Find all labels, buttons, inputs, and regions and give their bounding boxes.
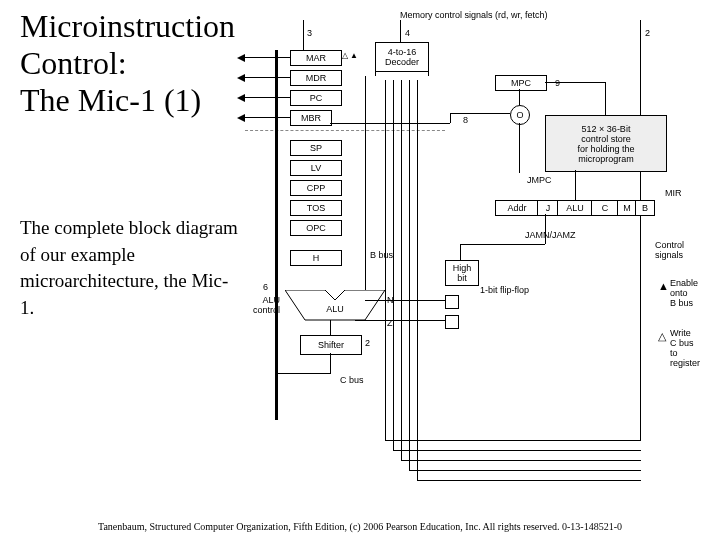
mir-addr: Addr [495, 200, 539, 216]
wire [450, 113, 451, 123]
rail [385, 80, 386, 440]
wire [365, 300, 445, 301]
b-bus [365, 76, 366, 291]
rail [409, 80, 410, 470]
alu-label: ALU [326, 304, 344, 314]
decoder-box: 4-to-16 Decoder [375, 42, 429, 72]
reg-mdr: MDR [290, 70, 342, 86]
legend-enable: Enable onto B bus [670, 278, 698, 308]
rail [393, 80, 394, 450]
arrow-icon [237, 74, 245, 82]
alu-control-label: ALU control [245, 295, 280, 315]
jamnz-label: JAMN/JAMZ [525, 230, 576, 240]
reg-mar: MAR [290, 50, 342, 66]
tri-filled-icon: ▲ [350, 51, 358, 60]
title-line-2: Control: [20, 45, 127, 81]
wire [519, 123, 520, 173]
num-6: 6 [263, 282, 268, 292]
wire [245, 117, 290, 118]
wire [605, 82, 606, 115]
wire [303, 20, 304, 50]
num-8: 8 [463, 115, 468, 125]
wire [400, 20, 401, 42]
mir-label: MIR [665, 188, 682, 198]
rail [417, 80, 418, 480]
wire [245, 77, 290, 78]
slide-footer: Tanenbaum, Structured Computer Organizat… [0, 521, 720, 532]
control-store-box: 512 × 36-Bit control store for holding t… [545, 115, 667, 172]
memory-control-label: Memory control signals (rd, wr, fetch) [400, 10, 548, 20]
reg-pc: PC [290, 90, 342, 106]
title-line-1: Microinstruction [20, 8, 235, 44]
rail [401, 460, 641, 461]
rail [385, 440, 641, 441]
ff-z [445, 315, 459, 329]
wire [460, 244, 461, 260]
mir-m: M [617, 200, 637, 216]
wire [276, 373, 331, 374]
ff-n [445, 295, 459, 309]
c-bus [275, 50, 278, 420]
wire [640, 20, 641, 440]
tri-open-icon: △ [342, 51, 348, 60]
mir-c: C [591, 200, 619, 216]
reg-cpp: CPP [290, 180, 342, 196]
rail [417, 480, 641, 481]
c-bus-label: C bus [340, 375, 364, 385]
rail [393, 450, 641, 451]
shifter-box: Shifter [300, 335, 362, 355]
mir-j: J [537, 200, 559, 216]
arrow-icon [237, 54, 245, 62]
decoder-label: 4-to-16 Decoder [385, 47, 419, 67]
rail [409, 470, 641, 471]
rail [401, 80, 402, 460]
o-adder: O [510, 105, 530, 125]
wire [545, 82, 605, 83]
wire [519, 89, 520, 105]
num-3: 3 [307, 28, 312, 38]
wire [355, 320, 445, 321]
wire [545, 214, 546, 244]
control-signals-label: Control signals [655, 240, 684, 260]
flipflop-label: 1-bit flip-flop [480, 285, 529, 295]
reg-tos: TOS [290, 200, 342, 216]
wire [450, 113, 510, 114]
wire-mbr [330, 123, 450, 124]
highbit-box: High bit [445, 260, 479, 286]
mir-alu: ALU [557, 200, 593, 216]
num-9: 9 [555, 78, 560, 88]
wire [330, 320, 331, 335]
title-line-3: The Mic-1 (1) [20, 82, 201, 118]
legend-write: Write C bus to register [670, 328, 700, 368]
legend-filled-tri-icon: ▲ [658, 280, 669, 292]
slide-caption: The complete block diagram of our exampl… [20, 215, 240, 321]
slide-title: Microinstruction Control: The Mic-1 (1) [20, 8, 235, 118]
reg-sp: SP [290, 140, 342, 156]
b-bus-label: B bus [370, 250, 393, 260]
reg-lv: LV [290, 160, 342, 176]
mir-b: B [635, 200, 655, 216]
reg-mbr: MBR [290, 110, 332, 126]
wire [330, 353, 331, 373]
wire [575, 170, 576, 200]
decoder-out [375, 70, 429, 76]
arrow-icon [237, 94, 245, 102]
num-2: 2 [645, 28, 650, 38]
arrow-icon [237, 114, 245, 122]
reg-h: H [290, 250, 342, 266]
jmpc-label: JMPC [527, 175, 552, 185]
reg-opc: OPC [290, 220, 342, 236]
wire [245, 97, 290, 98]
mic1-block-diagram: Memory control signals (rd, wr, fetch) 3… [245, 20, 705, 500]
wire [245, 57, 290, 58]
wire [460, 244, 545, 245]
alu-shape: ALU [285, 290, 385, 324]
num-4: 4 [405, 28, 410, 38]
mpc-box: MPC [495, 75, 547, 91]
num-2b: 2 [365, 338, 370, 348]
legend-open-tri-icon: △ [658, 330, 666, 343]
